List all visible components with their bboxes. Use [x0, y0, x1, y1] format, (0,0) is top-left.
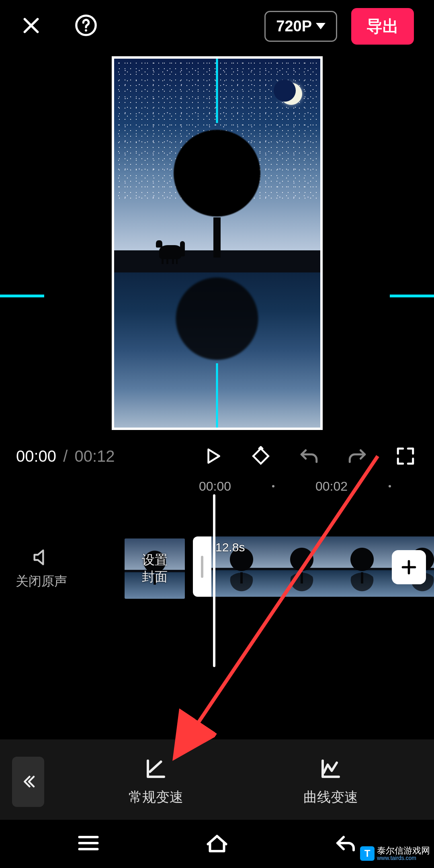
preview-frame[interactable] [112, 56, 323, 430]
top-left-group [20, 14, 98, 39]
ruler-tick [272, 485, 274, 487]
clip-duration: 12.8s [215, 540, 245, 554]
tool-normal-speed[interactable]: 常规变速 [129, 757, 183, 807]
watermark-logo-icon: T [360, 846, 375, 861]
total-time: 00:12 [74, 447, 115, 465]
play-icon[interactable] [203, 446, 223, 466]
nav-home-icon[interactable] [205, 831, 229, 857]
keyframe-icon[interactable] [251, 446, 271, 466]
mute-original-sound[interactable]: 关闭原声 [0, 547, 82, 590]
nav-menu-icon[interactable] [76, 831, 100, 857]
watermark-brand: 泰尔信游戏网 [377, 846, 430, 855]
ruler-tick [389, 485, 391, 487]
timeline-ruler[interactable]: 00:00 00:02 [0, 476, 434, 496]
person-graphic [180, 241, 185, 256]
fullscreen-icon[interactable] [395, 446, 416, 466]
top-bar: 720P 导出 [0, 0, 434, 52]
clip-frame [272, 536, 332, 597]
top-right-group: 720P 导出 [264, 8, 414, 45]
speed-toolbar: 常规变速 曲线变速 [0, 739, 434, 824]
tool-label: 常规变速 [129, 788, 183, 807]
cover-label: 设置 封面 [142, 552, 168, 585]
resolution-label: 720P [276, 18, 312, 35]
nav-back-icon[interactable] [334, 831, 358, 857]
playback-controls-row: 00:00 / 00:12 [0, 440, 434, 472]
current-time: 00:00 [16, 447, 56, 465]
moon-graphic [280, 83, 302, 105]
ruler-mark: 00:02 [315, 479, 348, 494]
watermark: T 泰尔信游戏网 www.tairds.com [360, 846, 430, 861]
clip-handle-left[interactable] [193, 536, 211, 597]
toolbar-items: 常规变速 曲线变速 [44, 757, 434, 807]
undo-icon[interactable] [299, 446, 319, 466]
timeline-area: 关闭原声 设置 封面 12.8s [0, 536, 434, 601]
svg-point-1 [85, 29, 87, 32]
tool-curve-speed[interactable]: 曲线变速 [303, 757, 358, 807]
export-button[interactable]: 导出 [351, 8, 414, 45]
guide-line-left [0, 295, 44, 297]
resolution-selector[interactable]: 720P [264, 11, 337, 42]
tool-label: 曲线变速 [303, 788, 358, 807]
playhead[interactable] [213, 494, 215, 667]
watermark-url: www.tairds.com [377, 855, 430, 861]
playback-buttons [203, 446, 418, 466]
close-icon[interactable] [20, 14, 42, 38]
collapse-toolbar-button[interactable] [12, 757, 44, 807]
mute-label: 关闭原声 [16, 573, 67, 590]
redo-icon[interactable] [347, 446, 367, 466]
horse-graphic [159, 245, 181, 259]
ruler-mark: 00:00 [199, 479, 231, 494]
export-label: 导出 [366, 17, 399, 35]
time-display: 00:00 / 00:12 [16, 447, 115, 465]
chevron-down-icon [316, 23, 326, 29]
system-nav-bar [0, 820, 434, 868]
set-cover-button[interactable]: 设置 封面 [125, 538, 185, 599]
help-icon[interactable] [74, 14, 98, 39]
add-clip-button[interactable] [392, 550, 426, 584]
preview-area [0, 54, 434, 432]
clip-frame [332, 536, 392, 597]
guide-line-right [390, 295, 434, 297]
preview-content [114, 59, 320, 428]
